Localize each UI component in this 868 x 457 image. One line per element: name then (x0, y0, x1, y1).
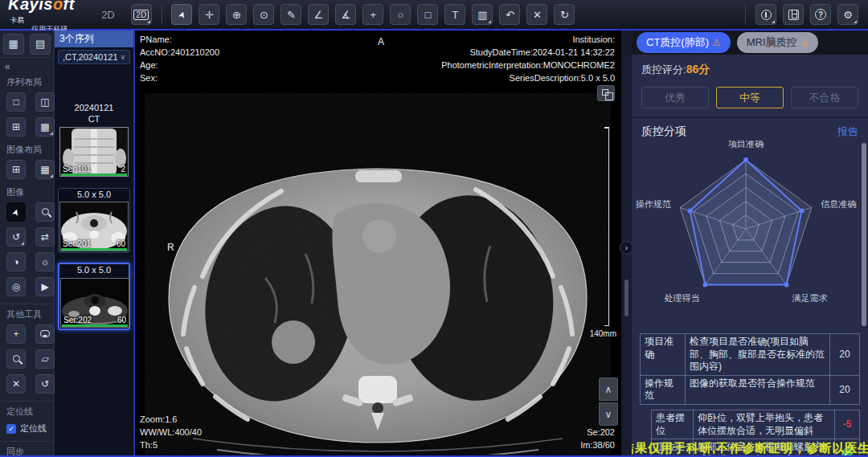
rect-roi-button[interactable]: □ (417, 4, 438, 25)
svg-text:项目准确: 项目准确 (728, 141, 764, 149)
series-list-button[interactable]: ▦ (3, 34, 24, 55)
item-desc: 图像的获取是否符合操作规范 (686, 376, 830, 404)
crosshair-button[interactable]: + (362, 4, 383, 25)
text-annotation-button[interactable]: T (444, 4, 465, 25)
layout-3x3-button[interactable]: ▦ (35, 117, 55, 137)
scroll-down-button[interactable]: ∨ (599, 402, 618, 426)
checkbox-label: 定位线 (20, 422, 47, 435)
cursor-icon: ➤ (176, 9, 188, 19)
cine-button[interactable]: ◎ (6, 277, 26, 296)
report-panel-button[interactable]: ▤ (30, 34, 51, 55)
restore-button[interactable]: ↺ (35, 374, 55, 394)
scale-ruler (605, 127, 612, 326)
invert-icon: ◑ (13, 256, 18, 267)
angle-icon: ∠ (314, 9, 324, 21)
floppy-icon (788, 10, 799, 20)
toolbar-separator (745, 5, 746, 24)
zoom-in-button[interactable]: ⊕ (226, 4, 247, 25)
layout-1x2-button[interactable]: ◫ (35, 92, 55, 112)
section-title: 图像 (0, 182, 54, 201)
img-layout-2x2-button[interactable]: ⊞ (6, 160, 26, 179)
play-button[interactable]: ▶ (35, 277, 55, 296)
series-thumbnail-Ser-202[interactable]: 5.0 x 5.0 Ser:20260 (58, 263, 130, 330)
invert-button[interactable]: ◑ (6, 252, 26, 271)
pan-button[interactable]: ✛ (199, 4, 219, 25)
chevron-down-icon: ∨ (120, 53, 125, 61)
ellipse-roi-button[interactable]: ○ (390, 4, 411, 25)
qc-tab-MRI脑质控[interactable]: MRI脑质控⚠ (737, 32, 819, 53)
study-select[interactable]: ,CT,20240121 ∨ (58, 50, 130, 64)
link-icon (602, 89, 608, 96)
rotate-button[interactable]: ↺ (6, 227, 26, 247)
undo-button[interactable]: ↶ (499, 4, 520, 25)
grade-button-优秀[interactable]: 优秀 (641, 87, 709, 108)
view-2d-button[interactable]: 2D (131, 4, 152, 25)
layout-1x1-button[interactable]: □ (6, 92, 26, 112)
gutter-scrollbar-thumb[interactable] (624, 280, 628, 316)
add-button[interactable]: + (6, 324, 26, 344)
magnify-button[interactable] (35, 202, 55, 222)
grade-button-中等[interactable]: 中等 (716, 87, 784, 108)
angle-measure-button[interactable]: ∠ (308, 4, 329, 25)
scroll-up-button[interactable]: ∧ (599, 377, 618, 401)
alert-button[interactable] (755, 4, 776, 25)
score-value: 20 (839, 349, 850, 361)
help-button[interactable]: ? (810, 4, 831, 25)
qc-detail-row: 患者摆位 仰卧位，双臂上举抱头，患者体位摆放合适，无明显偏斜 -5 (652, 410, 859, 439)
target-icon: ⊙ (260, 9, 268, 21)
qc-tab-CT质控(肺部)[interactable]: CT质控(肺部)⚠ (637, 32, 731, 53)
load-progress-bar (61, 248, 127, 251)
layout-2x2-button[interactable]: ⊞ (6, 117, 26, 137)
img-layout-3x3-button[interactable]: ▦ (35, 160, 55, 179)
brightness-button[interactable]: ☼ (35, 252, 55, 271)
close-icon: ✕ (533, 9, 542, 21)
series-thumbnail-Ser-101[interactable]: 20240121CT Ser:1012 (58, 101, 130, 178)
qc-table-row: 项目准确 检查项目是否准确(项目如脑部、胸部、腹部是否在标准的范围内容) 20 (641, 334, 859, 376)
collapse-sidebar-button[interactable]: « (0, 58, 54, 72)
ct-viewport[interactable]: PName:AccNO:2401210200Age:Sex: Institusi… (135, 31, 621, 457)
sq2-icon: ◫ (40, 96, 49, 108)
patient-info-overlay: PName:AccNO:2401210200Age:Sex: (140, 34, 219, 85)
settings-button[interactable]: ⚙ (837, 4, 858, 25)
mode-label: 2D (101, 9, 115, 21)
window-preset-button[interactable]: ▥ (472, 4, 493, 25)
section-title: 定位线 (0, 401, 54, 420)
item-desc: 检查项目是否准确(项目如脑部、胸部、腹部是否在标准的范围内容) (686, 334, 830, 375)
cursor-button[interactable]: ➤ (6, 202, 26, 222)
eraser-button[interactable]: ▱ (35, 349, 55, 369)
gear-icon: ⚙ (843, 9, 853, 21)
series-thumbnail-Ser-201[interactable]: 5.0 x 5.0 Ser:20160 (58, 188, 130, 254)
image-count: 2 (121, 165, 125, 173)
eraser-icon: ▱ (41, 353, 48, 365)
series-image-overlay: Se:202Im:38/60 (580, 426, 615, 452)
qc-scrollbar-thumb[interactable] (862, 143, 866, 326)
section-title: 序列布局 (0, 72, 54, 91)
checkbox-定位线[interactable]: ✓ (6, 424, 16, 434)
thumbnail-image: Ser:20260 (60, 278, 129, 328)
load-progress-bar (61, 173, 127, 176)
reset-view-button[interactable]: ↻ (554, 4, 575, 25)
save-button[interactable] (783, 4, 804, 25)
magnifier-roi-button[interactable] (6, 349, 26, 369)
cine-icon: ◎ (12, 281, 20, 292)
series-number: Ser:201 (63, 239, 91, 248)
series-number: Ser:101 (63, 165, 91, 173)
link-series-button[interactable] (597, 85, 615, 101)
tab-label: CT质控(肺部) (646, 35, 709, 50)
annotate-pencil-button[interactable]: ✎ (280, 4, 301, 25)
thumbnail-title: CT (59, 114, 129, 125)
report-link[interactable]: 报告 (837, 124, 858, 139)
orientation-marker-anterior: A (378, 35, 384, 49)
target-button[interactable]: ⊙ (253, 4, 274, 25)
panel-icon: ▤ (35, 38, 45, 50)
grade-button-不合格[interactable]: 不合格 (791, 87, 858, 108)
cursor-button[interactable]: ➤ (171, 4, 192, 25)
cobb-angle-button[interactable]: ∡ (335, 4, 356, 25)
flip-button[interactable]: ⇄ (35, 227, 55, 247)
delete-annotation-button[interactable]: ✕ (526, 4, 547, 25)
comment-button[interactable] (35, 324, 55, 344)
textT-icon: T (452, 9, 458, 21)
close-icon: ✕ (12, 378, 20, 390)
clear-button[interactable]: ✕ (6, 374, 26, 394)
warning-icon: ⚠ (800, 37, 809, 48)
